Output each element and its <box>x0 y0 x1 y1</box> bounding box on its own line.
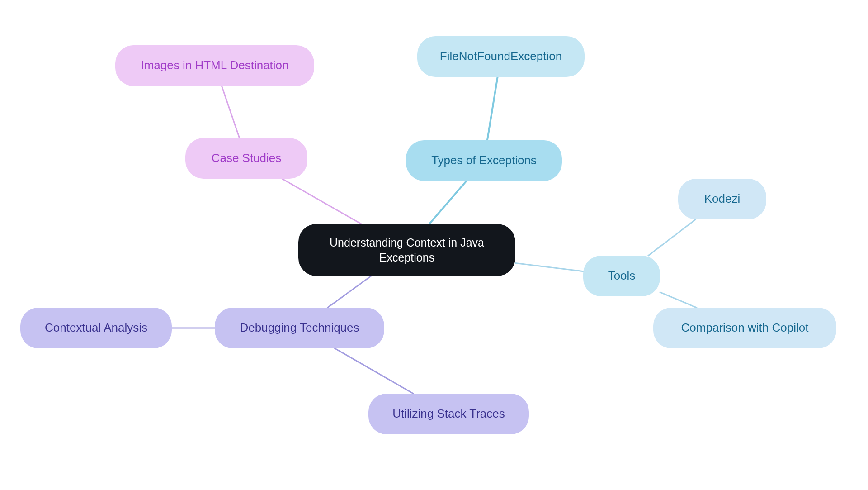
node-kodezi[interactable]: Kodezi <box>678 179 766 219</box>
svg-line-3 <box>648 219 696 256</box>
node-center[interactable]: Understanding Context in Java Exceptions <box>298 224 515 276</box>
svg-line-6 <box>222 86 239 138</box>
node-images-in-html-destination[interactable]: Images in HTML Destination <box>115 45 314 86</box>
svg-line-5 <box>282 179 361 224</box>
svg-line-9 <box>335 348 414 394</box>
node-contextual-analysis[interactable]: Contextual Analysis <box>20 308 172 348</box>
node-case-studies[interactable]: Case Studies <box>185 138 307 179</box>
svg-line-4 <box>660 292 697 308</box>
node-file-not-found-exception[interactable]: FileNotFoundException <box>417 36 585 77</box>
node-comparison-with-copilot[interactable]: Comparison with Copilot <box>653 308 836 348</box>
svg-line-1 <box>487 77 498 140</box>
node-tools[interactable]: Tools <box>583 256 660 296</box>
node-debugging-techniques[interactable]: Debugging Techniques <box>215 308 384 348</box>
svg-line-0 <box>429 181 467 224</box>
node-utilizing-stack-traces[interactable]: Utilizing Stack Traces <box>368 394 529 434</box>
node-types-of-exceptions[interactable]: Types of Exceptions <box>406 140 562 181</box>
svg-line-2 <box>515 263 583 271</box>
svg-line-7 <box>327 276 371 308</box>
